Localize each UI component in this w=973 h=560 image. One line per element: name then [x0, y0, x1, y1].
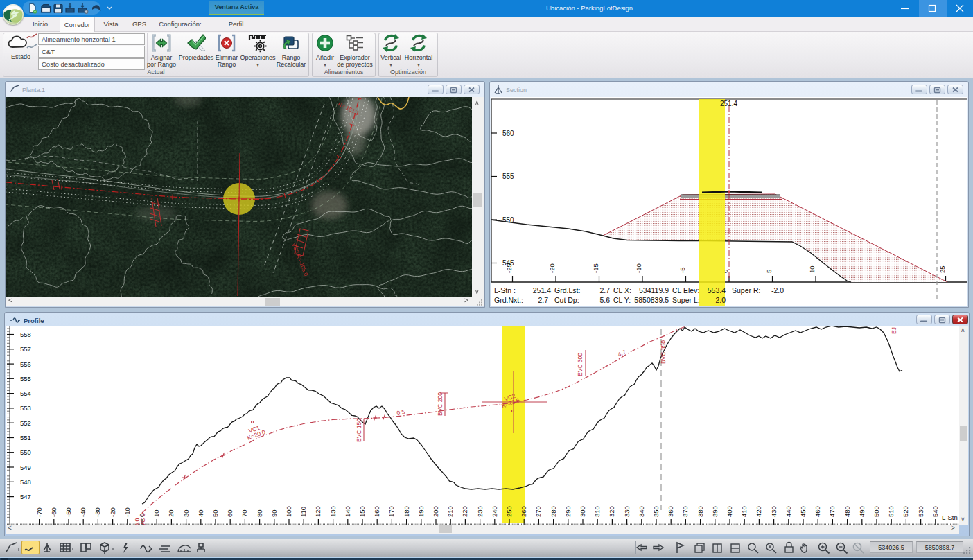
svg-text:549: 549	[20, 464, 31, 471]
svg-text:EVC 150: EVC 150	[356, 419, 362, 442]
svg-text:500: 500	[873, 506, 880, 517]
svg-text:534119.9: 534119.9	[639, 286, 669, 295]
svg-text:-5.6: -5.6	[597, 296, 610, 304]
svg-text:80: 80	[256, 509, 263, 517]
svg-text:-5: -5	[678, 268, 686, 273]
svg-text:200: 200	[432, 506, 439, 517]
svg-text:10: 10	[152, 509, 160, 517]
svg-text:551: 551	[20, 434, 31, 441]
svg-text:470: 470	[828, 506, 836, 517]
svg-text:-20: -20	[109, 507, 116, 517]
svg-text:210: 210	[446, 506, 454, 517]
svg-text:110: 110	[299, 507, 307, 517]
svg-text:-2.0: -2.0	[771, 286, 784, 295]
svg-text:-20: -20	[548, 263, 556, 273]
svg-text:Super R:: Super R:	[732, 286, 760, 295]
svg-text:420: 420	[755, 506, 762, 517]
svg-text:540: 540	[931, 506, 939, 517]
svg-text:553: 553	[20, 404, 31, 412]
svg-text:552: 552	[20, 419, 31, 427]
svg-text:5850839.5: 5850839.5	[634, 296, 669, 304]
svg-text:380: 380	[696, 506, 704, 517]
svg-text:Cut Dp:: Cut Dp:	[554, 296, 579, 304]
svg-text:557: 557	[20, 345, 31, 353]
svg-text:-25: -25	[505, 263, 513, 273]
svg-text:251.4: 251.4	[533, 286, 551, 295]
svg-text:5: 5	[765, 270, 773, 273]
svg-text:30: 30	[182, 509, 190, 517]
svg-text:553.4: 553.4	[708, 286, 726, 295]
svg-text:400: 400	[726, 506, 733, 517]
svg-text:Grd.Lst:: Grd.Lst:	[554, 286, 580, 295]
svg-text:EVC 300: EVC 300	[577, 353, 584, 376]
svg-text:Grd.Nxt.:: Grd.Nxt.:	[494, 296, 523, 304]
svg-text:555: 555	[20, 375, 31, 383]
svg-text:450: 450	[799, 506, 807, 517]
svg-text:251.4: 251.4	[720, 100, 737, 107]
svg-text:40: 40	[197, 509, 204, 517]
svg-text:440: 440	[784, 506, 792, 517]
svg-text:220: 220	[461, 506, 468, 517]
svg-text:510: 510	[887, 506, 895, 517]
svg-text:Super L:: Super L:	[672, 296, 700, 304]
svg-text:-30: -30	[94, 507, 101, 517]
svg-text:250: 250	[505, 506, 513, 517]
svg-text:547: 547	[20, 493, 31, 500]
svg-text:555: 555	[502, 173, 514, 180]
svg-text:270: 270	[534, 506, 542, 517]
svg-text:410: 410	[740, 506, 748, 517]
svg-text:190: 190	[417, 506, 425, 517]
svg-text:140: 140	[344, 506, 351, 517]
svg-text:-60: -60	[50, 507, 58, 517]
svg-text:-10: -10	[123, 507, 131, 517]
svg-text:430: 430	[770, 506, 778, 517]
svg-text:480: 480	[843, 506, 851, 517]
svg-text:360: 360	[667, 506, 674, 517]
svg-text:460: 460	[814, 506, 821, 517]
svg-text:550: 550	[20, 448, 31, 456]
svg-text:60: 60	[226, 509, 234, 517]
svg-text:520: 520	[902, 506, 909, 517]
svg-text:370: 370	[681, 506, 689, 517]
svg-text:160: 160	[373, 506, 380, 517]
svg-text:25: 25	[938, 265, 946, 273]
svg-text:554: 554	[20, 390, 31, 397]
svg-text:548: 548	[20, 478, 31, 486]
svg-text:-70: -70	[35, 507, 43, 517]
svg-text:2.7: 2.7	[599, 286, 610, 295]
svg-text:2.7: 2.7	[538, 296, 548, 304]
svg-text:390: 390	[711, 506, 719, 517]
svg-text:230: 230	[476, 506, 484, 517]
svg-text:-40: -40	[79, 507, 87, 517]
svg-text:CL Y:: CL Y:	[613, 296, 631, 304]
svg-text:150: 150	[358, 506, 366, 517]
svg-text:10: 10	[808, 265, 816, 273]
svg-text:90: 90	[270, 509, 278, 517]
svg-text:CL Elev:: CL Elev:	[672, 286, 699, 295]
svg-text:EJ: EJ	[891, 327, 897, 334]
svg-text:290: 290	[564, 506, 572, 517]
svg-text:490: 490	[858, 506, 866, 517]
svg-text:180: 180	[403, 506, 410, 517]
svg-text:170: 170	[387, 506, 395, 517]
svg-text:280: 280	[550, 506, 557, 517]
svg-text:120: 120	[314, 506, 322, 517]
svg-text:560: 560	[502, 130, 514, 137]
svg-text:0.0: 0.0	[134, 518, 141, 525]
svg-text:0.5: 0.5	[396, 408, 406, 417]
svg-text:20: 20	[167, 509, 175, 517]
svg-text:530: 530	[917, 506, 924, 517]
svg-text:L-Stn: L-Stn	[942, 514, 958, 521]
svg-text:-50: -50	[64, 507, 72, 517]
svg-text:350: 350	[652, 506, 660, 517]
svg-text:L-Stn :: L-Stn :	[494, 286, 516, 295]
svg-text:50: 50	[211, 509, 219, 517]
svg-text:320: 320	[608, 506, 615, 517]
svg-text:260: 260	[520, 506, 527, 517]
svg-text:100: 100	[285, 506, 292, 517]
svg-text:556: 556	[20, 360, 31, 368]
svg-text:BVC 350: BVC 350	[660, 340, 667, 364]
svg-text:-15: -15	[592, 263, 599, 273]
svg-text:130: 130	[329, 506, 337, 517]
svg-text:310: 310	[593, 506, 601, 517]
